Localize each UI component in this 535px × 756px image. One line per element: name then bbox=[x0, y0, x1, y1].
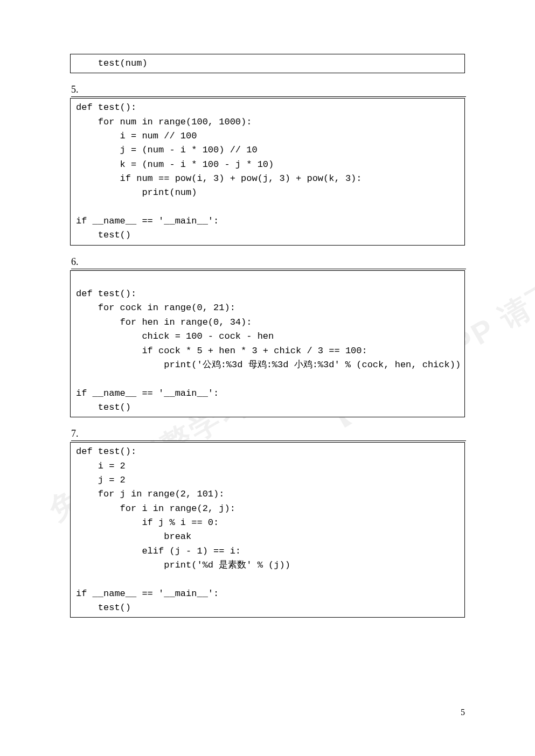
code-block-5: def test(): for num in range(100, 1000):… bbox=[70, 98, 465, 245]
code-content: def test(): i = 2 j = 2 for j in range(2… bbox=[76, 445, 459, 615]
section-label-6: 6. bbox=[71, 256, 466, 269]
code-content: def test(): for cock in range(0, 21): fo… bbox=[76, 273, 459, 415]
section-label-7: 7. bbox=[71, 428, 466, 441]
code-content: test(num) bbox=[76, 57, 459, 71]
section-label-5: 5. bbox=[71, 84, 466, 97]
code-block-6: def test(): for cock in range(0, 21): fo… bbox=[70, 270, 465, 417]
page-number: 5 bbox=[461, 708, 465, 717]
code-block-7: def test(): i = 2 j = 2 for j in range(2… bbox=[70, 442, 465, 618]
document-page: 免费看完整学习资料 【小料】APP 请下载 test(num) 5. def t… bbox=[0, 0, 535, 756]
code-content: def test(): for num in range(100, 1000):… bbox=[76, 101, 459, 242]
code-block-fragment: test(num) bbox=[70, 54, 465, 73]
